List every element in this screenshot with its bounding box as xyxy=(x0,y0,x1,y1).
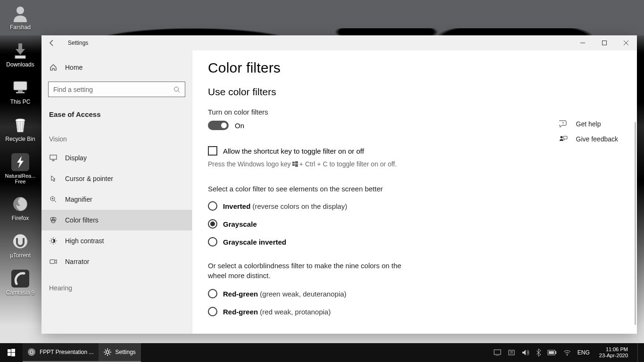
taskbar-item-label: FPPT Presentation ... xyxy=(40,349,94,355)
radio-inverted[interactable]: Inverted (reverse colors on the display) xyxy=(208,201,500,211)
back-button[interactable] xyxy=(48,39,59,47)
tray-clock[interactable]: 11:06 PM 23-Apr-2020 xyxy=(596,346,631,359)
nav-label: Narrator xyxy=(65,258,89,265)
section-hearing-label: Hearing xyxy=(41,272,192,296)
section-heading: Use color filters xyxy=(208,86,500,98)
svg-line-18 xyxy=(54,200,56,202)
nav-color-filters[interactable]: Color filters xyxy=(41,210,192,230)
nav-home[interactable]: Home xyxy=(41,57,192,78)
svg-rect-40 xyxy=(563,136,567,139)
radio-label: Grayscale inverted xyxy=(223,238,286,246)
tray-language[interactable]: ENG xyxy=(578,349,590,356)
tray-volume-icon[interactable] xyxy=(522,349,529,356)
tray-battery-icon[interactable] xyxy=(547,350,557,355)
desktop-icon-naturalreader[interactable]: NaturalRea... Free xyxy=(3,153,38,184)
firefox-icon xyxy=(11,195,30,214)
taskbar-item-label: Settings xyxy=(116,349,136,355)
taskbar[interactable]: FPPT Presentation ... Settings ENG 11:06… xyxy=(0,343,644,362)
minimize-button[interactable] xyxy=(572,35,594,50)
radio-grayscale-inverted[interactable]: Grayscale inverted xyxy=(208,237,500,247)
magnifier-icon xyxy=(49,196,58,203)
shortcut-checkbox[interactable] xyxy=(208,146,217,156)
search-placeholder: Find a setting xyxy=(53,86,93,93)
lightning-icon xyxy=(11,153,30,172)
svg-rect-3 xyxy=(18,90,23,92)
svg-rect-2 xyxy=(14,82,27,90)
svg-line-13 xyxy=(178,90,180,92)
home-icon xyxy=(49,64,58,71)
tray-wifi-icon[interactable] xyxy=(563,349,571,356)
svg-rect-11 xyxy=(603,41,607,45)
svg-rect-36 xyxy=(292,164,295,166)
svg-point-48 xyxy=(106,351,109,354)
nav-cursor[interactable]: Cursor & pointer xyxy=(41,168,192,189)
tray-bluetooth-icon[interactable] xyxy=(536,349,541,356)
radio-protanopia[interactable]: Red-green (red weak, protanopia) xyxy=(208,307,500,316)
desktop-icon-firefox[interactable]: Firefox xyxy=(3,195,38,222)
chrome-icon xyxy=(27,348,36,356)
tray-input-icon[interactable] xyxy=(508,349,515,356)
radio-deuteranopia[interactable]: Red-green (green weak, deuteranopia) xyxy=(208,289,500,298)
nav-label: Home xyxy=(65,64,83,71)
desktop-icon-user[interactable]: Farshad xyxy=(3,4,38,31)
give-feedback-link[interactable]: Give feedback xyxy=(559,135,619,143)
show-desktop-button[interactable] xyxy=(637,343,640,362)
colorblind-prompt: Or select a colorblindness filter to mak… xyxy=(208,261,411,280)
svg-line-53 xyxy=(105,350,106,351)
desktop-icon-label: µTorrent xyxy=(10,252,31,259)
tray-app-icon[interactable] xyxy=(494,349,501,356)
desktop-icon-downloads[interactable]: Downloads xyxy=(3,41,38,68)
sidebar: Home Find a setting Ease of Access Visio… xyxy=(41,50,192,334)
desktop-icon-this-pc[interactable]: This PC xyxy=(3,78,38,105)
display-icon xyxy=(49,155,58,161)
svg-rect-1 xyxy=(15,56,25,58)
desktop-icon-label: This PC xyxy=(10,99,31,105)
taskbar-item-settings[interactable]: Settings xyxy=(99,343,141,362)
nav-narrator[interactable]: Narrator xyxy=(41,251,192,272)
radio-button[interactable] xyxy=(208,289,217,298)
nav-high-contrast[interactable]: High contrast xyxy=(41,230,192,251)
filter-prompt: Select a color filter to see elements on… xyxy=(208,185,500,193)
svg-rect-43 xyxy=(8,353,11,356)
desktop-icon-recycle-bin[interactable]: Recycle Bin xyxy=(3,115,38,142)
section-vision-label: Vision xyxy=(41,123,192,148)
color-filters-toggle[interactable] xyxy=(208,121,229,130)
svg-line-32 xyxy=(55,239,56,239)
toggle-caption: Turn on color filters xyxy=(208,108,500,116)
svg-line-30 xyxy=(55,243,56,244)
get-help-link[interactable]: ? Get help xyxy=(559,120,619,128)
radio-button[interactable] xyxy=(208,201,217,211)
taskbar-item-chrome[interactable]: FPPT Presentation ... xyxy=(23,343,99,362)
clock-date: 23-Apr-2020 xyxy=(599,353,628,359)
radio-button[interactable] xyxy=(208,219,217,229)
radio-button[interactable] xyxy=(208,237,217,247)
link-label: Give feedback xyxy=(576,135,619,143)
gear-icon xyxy=(103,348,112,356)
close-button[interactable] xyxy=(615,35,637,50)
nav-magnifier[interactable]: Magnifier xyxy=(41,189,192,210)
radio-label: Red-green (red weak, protanopia) xyxy=(223,308,330,316)
svg-rect-4 xyxy=(16,92,25,93)
desktop-icon-camtasia[interactable]: Camtasia 9 xyxy=(3,269,38,296)
maximize-button[interactable] xyxy=(594,35,615,50)
settings-window: Settings Home Find a setting xyxy=(41,35,637,334)
start-button[interactable] xyxy=(0,343,23,362)
feedback-icon xyxy=(559,135,568,143)
svg-line-54 xyxy=(109,354,110,355)
nav-label: Cursor & pointer xyxy=(65,175,113,182)
nav-label: Color filters xyxy=(65,216,99,224)
radio-grayscale[interactable]: Grayscale xyxy=(208,219,500,229)
help-icon: ? xyxy=(559,120,568,128)
svg-point-47 xyxy=(31,351,33,353)
search-input[interactable]: Find a setting xyxy=(48,82,185,97)
page-title: Color filters xyxy=(208,60,500,76)
svg-line-56 xyxy=(109,350,110,351)
svg-text:?: ? xyxy=(561,121,564,125)
nav-display[interactable]: Display xyxy=(41,148,192,168)
radio-button[interactable] xyxy=(208,307,217,316)
svg-point-39 xyxy=(560,136,562,139)
titlebar[interactable]: Settings xyxy=(41,35,637,50)
scrollbar[interactable] xyxy=(635,122,636,325)
desktop-icon-utorrent[interactable]: µTorrent xyxy=(3,232,38,259)
desktop-icon-label: NaturalRea... Free xyxy=(3,173,38,184)
